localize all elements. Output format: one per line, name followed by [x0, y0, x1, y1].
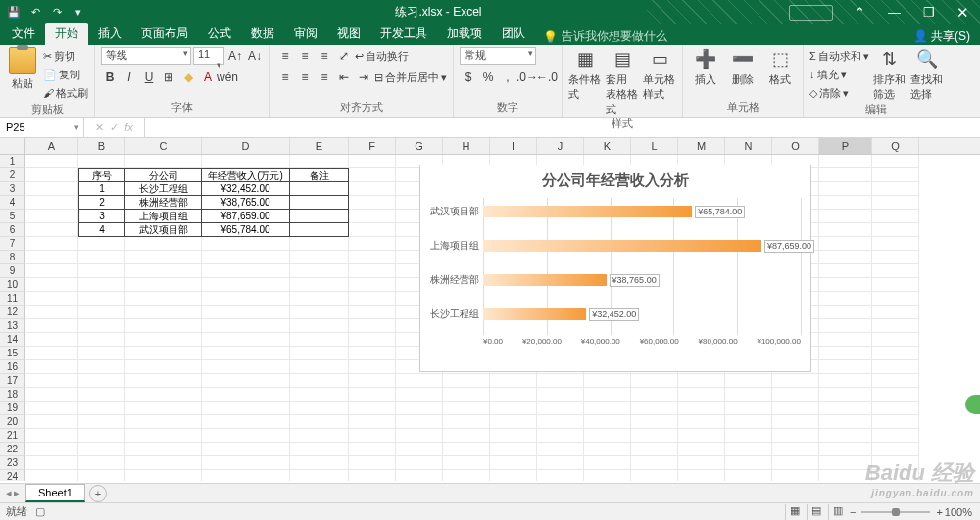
undo-button[interactable]: ↶: [25, 3, 45, 23]
embedded-chart[interactable]: 分公司年经营收入分析 武汉项目部¥65,784.00上海项目组¥87,659.0…: [419, 165, 811, 372]
cell[interactable]: [25, 388, 78, 402]
cell[interactable]: 3: [78, 210, 125, 223]
cell[interactable]: ¥65,784.00: [202, 223, 290, 237]
cell-styles-button[interactable]: ▭单元格样式: [643, 47, 676, 102]
close-button[interactable]: ✕: [946, 0, 980, 24]
column-header-D[interactable]: D: [202, 138, 290, 154]
zoom-out-button[interactable]: −: [850, 506, 856, 518]
fill-button[interactable]: ↓ 填充 ▾: [809, 66, 869, 83]
cell[interactable]: [872, 347, 919, 360]
cell[interactable]: [78, 251, 125, 264]
row-header-6[interactable]: 6: [0, 223, 25, 237]
row-header-5[interactable]: 5: [0, 210, 25, 223]
cell[interactable]: [290, 415, 349, 429]
italic-button[interactable]: I: [121, 69, 138, 86]
cell[interactable]: [819, 278, 872, 292]
page-break-view-button[interactable]: ▥: [828, 504, 848, 520]
cell[interactable]: [443, 388, 490, 402]
cell[interactable]: [202, 347, 290, 360]
zoom-slider[interactable]: [861, 511, 930, 513]
row-header-12[interactable]: 12: [0, 306, 25, 319]
column-header-L[interactable]: L: [631, 138, 678, 154]
cell[interactable]: [290, 251, 349, 264]
cell[interactable]: [872, 278, 919, 292]
cell[interactable]: [819, 292, 872, 306]
cell[interactable]: [872, 306, 919, 319]
column-header-M[interactable]: M: [678, 138, 725, 154]
cell[interactable]: [25, 237, 78, 251]
row-header-15[interactable]: 15: [0, 347, 25, 360]
increase-font-button[interactable]: A↑: [226, 47, 244, 65]
cell[interactable]: [872, 456, 919, 470]
cell[interactable]: [25, 306, 78, 319]
cell[interactable]: [25, 264, 78, 278]
cell[interactable]: [202, 415, 290, 429]
cell[interactable]: [490, 402, 537, 415]
cell[interactable]: [872, 237, 919, 251]
cell[interactable]: 株洲经营部: [125, 196, 202, 210]
cell[interactable]: [125, 237, 202, 251]
cell[interactable]: [872, 429, 919, 443]
cell[interactable]: [125, 319, 202, 333]
column-header-B[interactable]: B: [78, 138, 125, 154]
cell[interactable]: [202, 251, 290, 264]
clear-button[interactable]: ◇ 清除 ▾: [809, 84, 869, 102]
insert-cells-button[interactable]: ➕插入: [689, 47, 722, 87]
cell[interactable]: [125, 347, 202, 360]
wrap-text-button[interactable]: ↩ 自动换行: [355, 47, 409, 65]
cell[interactable]: [678, 388, 725, 402]
normal-view-button[interactable]: ▦: [785, 504, 805, 520]
cell[interactable]: [584, 443, 631, 456]
cell[interactable]: [725, 388, 772, 402]
cell[interactable]: [78, 402, 125, 415]
qat-more-button[interactable]: ▾: [69, 3, 88, 23]
add-sheet-button[interactable]: +: [89, 485, 107, 502]
tab-developer[interactable]: 开发工具: [370, 23, 437, 45]
cell[interactable]: [443, 429, 490, 443]
cell[interactable]: [584, 374, 631, 388]
cell[interactable]: 4: [78, 223, 125, 237]
sheet-nav-first[interactable]: ◂: [6, 487, 12, 499]
decrease-font-button[interactable]: A↓: [246, 47, 264, 65]
cell[interactable]: [349, 319, 396, 333]
cell[interactable]: [290, 443, 349, 456]
cell[interactable]: [125, 333, 202, 347]
cell[interactable]: [25, 470, 78, 481]
format-cells-button[interactable]: ⬚格式: [763, 47, 797, 87]
cell[interactable]: [125, 251, 202, 264]
cell[interactable]: [125, 456, 202, 470]
cell[interactable]: [290, 319, 349, 333]
column-header-I[interactable]: I: [490, 138, 537, 154]
cell[interactable]: [202, 319, 290, 333]
formula-input[interactable]: [145, 118, 980, 137]
side-bubble-icon[interactable]: [965, 395, 980, 414]
cell[interactable]: [25, 360, 78, 374]
autosum-button[interactable]: Σ 自动求和 ▾: [809, 47, 869, 65]
cell[interactable]: [290, 237, 349, 251]
cell[interactable]: [490, 388, 537, 402]
column-header-H[interactable]: H: [443, 138, 490, 154]
restore-button[interactable]: ❐: [911, 0, 946, 24]
cell[interactable]: [202, 456, 290, 470]
cell[interactable]: [396, 388, 443, 402]
cell[interactable]: [631, 402, 678, 415]
cell[interactable]: [819, 415, 872, 429]
cell[interactable]: [25, 333, 78, 347]
cell[interactable]: [349, 196, 396, 210]
cell[interactable]: [78, 278, 125, 292]
align-center-button[interactable]: ≡: [296, 69, 314, 86]
enter-formula-icon[interactable]: ✓: [110, 121, 119, 134]
cell[interactable]: [396, 415, 443, 429]
cell[interactable]: [819, 196, 872, 210]
cell[interactable]: [349, 223, 396, 237]
cell[interactable]: [25, 319, 78, 333]
cell[interactable]: [725, 443, 772, 456]
cell[interactable]: [819, 443, 872, 456]
cell[interactable]: [872, 402, 919, 415]
row-header-22[interactable]: 22: [0, 443, 25, 456]
cell[interactable]: ¥32,452.00: [202, 182, 290, 196]
cell[interactable]: [537, 429, 584, 443]
cell[interactable]: [349, 278, 396, 292]
cell[interactable]: [490, 429, 537, 443]
cell[interactable]: [202, 264, 290, 278]
